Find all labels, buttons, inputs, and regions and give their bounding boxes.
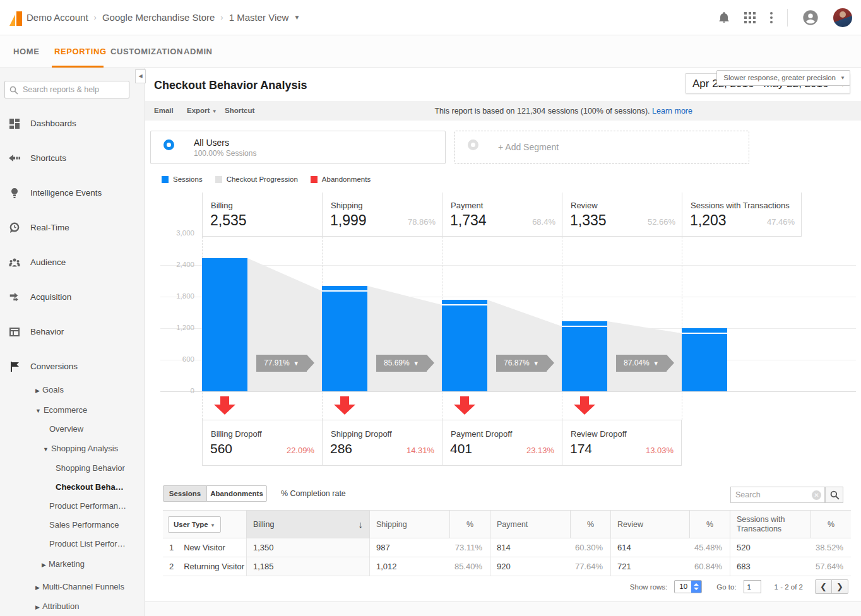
sidebar-item-shopping-analysis[interactable]: ▼Shopping Analysis [43,444,118,453]
breadcrumb-account[interactable]: Demo Account [27,12,88,23]
segment-donut-icon [468,139,478,150]
tab-admin[interactable]: ADMIN [184,35,213,68]
funnel-step-billing: Billing2,535 [202,192,322,236]
column-header-payment[interactable]: Payment [490,511,570,538]
view-selector-caret-icon[interactable]: ▼ [294,14,300,21]
sidebar-item-behavior[interactable]: Behavior [0,326,145,340]
column-header-shipping-pct[interactable]: % [449,511,490,538]
sidebar-item-shortcuts[interactable]: Shortcuts [0,152,145,166]
sessions-bar [682,328,727,391]
sidebar-item-conversions[interactable]: Conversions [0,360,145,374]
segment-all-users[interactable]: All Users 100.00% Sessions [150,131,446,164]
sidebar-item-attribution[interactable]: ▶Attribution [35,601,79,611]
sidebar-item-dashboards[interactable]: Dashboards [0,117,145,131]
export-button[interactable]: Export ▼ [187,107,217,114]
sidebar-item-label: Dashboards [30,119,76,128]
breadcrumb-property[interactable]: Google Merchandise Store [102,12,215,23]
sidebar-item-product-performance[interactable]: Product Performan… [49,501,126,511]
learn-more-link[interactable]: Learn more [652,107,692,116]
sidebar-item-goals[interactable]: ▶Goals [35,385,64,394]
table-tab-abandonments[interactable]: Abandonments [206,485,267,502]
sidebar-item-intelligence-events[interactable]: Intelligence Events [0,187,145,201]
goto-page-input[interactable] [744,580,761,593]
table-row[interactable]: 2Returning Visitor 1,185 1,012 85.40% 92… [163,557,851,576]
column-header-transactions-pct[interactable]: % [811,511,851,538]
content-bottom-strip [145,601,861,616]
dropoff-billing: Billing Dropoff56022.09% [202,420,322,466]
sidebar-item-overview[interactable]: Overview [49,424,83,434]
sidebar-search-input[interactable] [23,82,127,97]
kebab-menu-icon[interactable] [769,11,773,24]
sidebar-item-shopping-behavior[interactable]: Shopping Behavior [56,463,125,473]
chevron-down-icon: ▼ [212,109,217,114]
account-circle-icon[interactable] [802,9,819,27]
table-tab-sessions[interactable]: Sessions [163,485,207,502]
chevron-down-icon: ▼ [290,360,304,367]
sessions-bar [562,321,607,391]
sidebar-item-label: Intelligence Events [30,188,102,198]
bell-icon[interactable] [718,11,730,24]
entering-sessions-divider [322,290,367,292]
previous-page-button[interactable]: ❮ [815,579,832,594]
precision-dropdown[interactable]: Slower response, greater precision ▼ [716,70,850,86]
sidebar-collapse-button[interactable]: ◀ [135,69,146,83]
collapse-caret-icon: ▼ [35,408,41,414]
table-row[interactable]: 1New Visitor 1,350 987 73.11% 814 60.30%… [163,538,851,557]
sidebar-item-product-list-performance[interactable]: Product List Perfor… [49,539,126,548]
dropoff-review: Review Dropoff17413.03% [562,420,682,466]
progression-rate-badge[interactable]: 76.87%▼ [496,355,547,372]
sidebar-item-acquisition[interactable]: Acquisition [0,291,145,305]
sidebar-item-audience[interactable]: Audience [0,256,145,270]
tab-reporting[interactable]: REPORTING [54,35,107,68]
sidebar-item-label: Shortcuts [30,153,66,163]
funnel-step-shipping: Shipping1,99978.86% [322,192,442,236]
progression-rate-badge[interactable]: 85.69%▼ [376,355,427,372]
column-header-billing[interactable]: Billing↓ [246,511,369,538]
user-type-dropdown[interactable]: User Type ▼ [168,516,221,533]
table-search-input[interactable] [735,489,810,501]
user-avatar[interactable] [833,8,852,27]
sidebar-item-marketing[interactable]: ▶Marketing [42,559,85,569]
column-header-payment-pct[interactable]: % [570,511,610,538]
row-range-text: 1 - 2 of 2 [775,583,803,591]
segment-subtitle: 100.00% Sessions [194,149,256,158]
progression-rate-badge[interactable]: 77.91%▼ [256,355,307,372]
page-title: Checkout Behavior Analysis [154,79,307,92]
sidebar-item-label: Behavior [30,327,64,336]
dropoff-payment: Payment Dropoff40123.13% [442,420,562,466]
progression-rate-badge[interactable]: 87.04%▼ [616,355,667,372]
add-segment-button[interactable]: + Add Segment [454,131,749,164]
show-rows-select[interactable]: 10 [674,580,702,593]
email-button[interactable]: Email [154,107,174,114]
sidebar-search[interactable] [4,81,129,98]
column-header-review[interactable]: Review [610,511,689,538]
table-search[interactable]: ✕ [730,487,825,503]
column-header-transactions[interactable]: Sessions with Transactions [730,511,811,538]
tab-customization[interactable]: CUSTOMIZATION [110,35,183,68]
column-header-review-pct[interactable]: % [689,511,730,538]
column-separator-dashed [682,234,682,420]
precision-value: Slower response, greater precision [723,74,836,81]
sidebar-item-checkout-behavior[interactable]: Checkout Beha… [56,482,124,492]
sidebar-item-label: Acquisition [30,292,71,302]
abandonment-arrow-icon [334,396,355,415]
next-page-button[interactable]: ❯ [831,579,848,594]
shortcut-button[interactable]: Shortcut [225,107,254,114]
abandonment-arrow-icon [574,396,595,415]
conversions-flag-icon [8,360,21,373]
completion-rate-label[interactable]: % Completion rate [281,489,346,498]
table-search-button[interactable] [825,487,843,503]
apps-grid-icon[interactable] [744,12,756,23]
column-header-user-type[interactable]: User Type ▼ [163,511,246,538]
analytics-logo-icon[interactable] [8,9,26,27]
breadcrumb-view[interactable]: 1 Master View [229,12,289,23]
sidebar-item-multi-channel-funnels[interactable]: ▶Multi-Channel Funnels [35,582,124,591]
report-toolbar: Email Export ▼ Shortcut This report is b… [145,101,861,121]
sidebar-item-sales-performance[interactable]: Sales Performance [49,520,119,530]
clear-search-icon[interactable]: ✕ [812,490,821,500]
sidebar-item-real-time[interactable]: Real-Time [0,222,145,235]
entering-sessions-divider [682,333,727,334]
sidebar-item-ecommerce[interactable]: ▼Ecommerce [35,405,87,415]
column-header-shipping[interactable]: Shipping [369,511,449,538]
tab-home[interactable]: HOME [13,35,39,68]
